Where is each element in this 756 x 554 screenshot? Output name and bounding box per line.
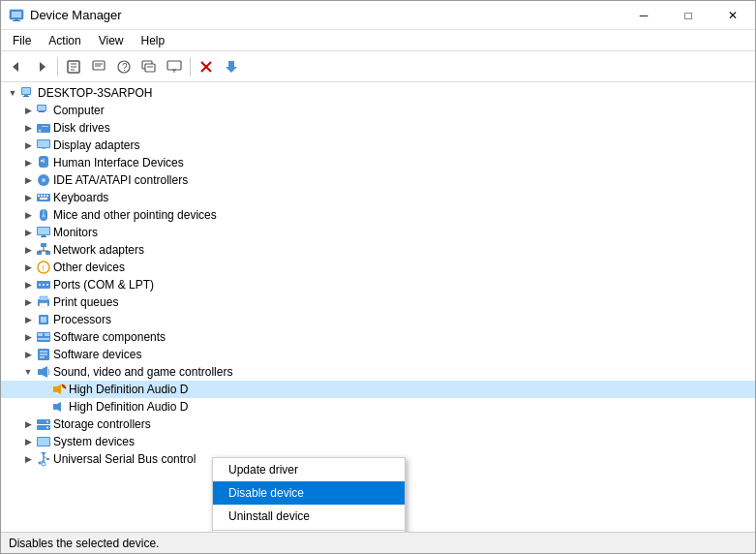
expand-ide[interactable]: ▶ <box>20 172 36 188</box>
expand-network[interactable]: ▶ <box>20 242 36 258</box>
tree-item-hd-audio-1[interactable]: ▶ High Definition Audio D <box>1 381 755 398</box>
svg-rect-30 <box>39 111 45 112</box>
tree-item-display-adapters[interactable]: ▶ Display adapters <box>1 137 755 154</box>
tree-item-monitors[interactable]: ▶ Monitors <box>1 224 755 241</box>
tree-item-ide[interactable]: ▶ IDE ATA/ATAPI controllers <box>1 171 755 189</box>
expand-processors[interactable]: ▶ <box>20 312 36 327</box>
label-keyboards: Keyboards <box>53 191 751 204</box>
tree-item-sw-components[interactable]: ▶ Software components <box>1 328 755 346</box>
tree-item-ports[interactable]: ▶ Ports (COM & LPT) <box>1 276 755 293</box>
svg-rect-29 <box>38 106 45 110</box>
expand-print[interactable]: ▶ <box>20 294 36 310</box>
menu-action[interactable]: Action <box>41 32 88 49</box>
expand-sound[interactable]: ▼ <box>20 364 36 380</box>
ide-icon <box>36 172 51 188</box>
svg-marker-23 <box>226 61 237 73</box>
expand-mice[interactable]: ▶ <box>20 207 36 223</box>
label-sw-components: Software components <box>53 330 751 344</box>
toolbar-remove[interactable] <box>195 55 218 78</box>
menu-file[interactable]: File <box>5 32 39 49</box>
hid-icon <box>36 155 51 170</box>
label-system: System devices <box>53 435 751 448</box>
svg-point-65 <box>46 284 48 286</box>
computer-icon-item <box>36 103 51 118</box>
label-ide: IDE ATA/ATAPI controllers <box>53 173 751 187</box>
label-hd-audio-1: High Definition Audio D <box>69 383 751 396</box>
computer-icon <box>20 85 36 101</box>
tree-item-other[interactable]: ▶ ! Other devices <box>1 259 755 276</box>
tree-item-computer[interactable]: ▶ Computer <box>1 102 755 119</box>
close-button[interactable]: ✕ <box>711 1 755 29</box>
svg-rect-16 <box>145 64 155 72</box>
expand-hid[interactable]: ▶ <box>20 155 36 170</box>
context-uninstall-device[interactable]: Uninstall device <box>213 505 405 528</box>
tree-item-sound[interactable]: ▼ Sound, video and game controllers <box>1 363 755 381</box>
toolbar-monitor[interactable] <box>163 55 186 78</box>
expand-disk[interactable]: ▶ <box>20 120 36 136</box>
label-ports: Ports (COM & LPT) <box>53 278 751 292</box>
context-disable-device[interactable]: Disable device <box>213 481 405 505</box>
print-icon <box>36 294 51 310</box>
tree-root[interactable]: ▼ DESKTOP-3SARPOH <box>1 84 755 102</box>
expand-monitors[interactable]: ▶ <box>20 225 36 240</box>
svg-point-32 <box>39 130 42 133</box>
label-other: Other devices <box>53 261 751 274</box>
expand-sw-devices[interactable]: ▶ <box>20 347 36 362</box>
svg-rect-53 <box>42 235 45 236</box>
expand-keyboards[interactable]: ▶ <box>20 190 36 205</box>
label-hd-audio-2: High Definition Audio D <box>69 400 751 414</box>
toolbar-download[interactable] <box>220 55 243 78</box>
svg-rect-56 <box>37 251 42 255</box>
toolbar-properties[interactable] <box>62 55 85 78</box>
expand-usb[interactable]: ▶ <box>20 451 36 467</box>
tree-item-storage[interactable]: ▶ Storage controllers <box>1 416 755 433</box>
expand-storage[interactable]: ▶ <box>20 416 36 432</box>
svg-rect-45 <box>44 195 45 197</box>
toolbar-back[interactable] <box>5 55 28 78</box>
tree-item-system[interactable]: ▶ System devices <box>1 433 755 450</box>
hd-audio-1-icon <box>51 382 67 397</box>
menu-view[interactable]: View <box>91 32 132 49</box>
expand-sw-components[interactable]: ▶ <box>20 329 36 345</box>
tree-item-hd-audio-2[interactable]: ▶ High Definition Audio D <box>1 398 755 416</box>
minimize-button[interactable]: ─ <box>621 1 666 29</box>
toolbar-scan[interactable] <box>137 55 161 78</box>
tree-item-sw-devices[interactable]: ▶ Software devices <box>1 346 755 363</box>
maximize-button[interactable]: □ <box>666 1 711 29</box>
expand-other[interactable]: ▶ <box>20 260 36 275</box>
mice-icon <box>36 207 51 223</box>
svg-point-41 <box>42 178 45 182</box>
svg-marker-4 <box>13 62 18 72</box>
title-bar-left: Device Manager <box>1 1 130 29</box>
tree-item-keyboards[interactable]: ▶ Keyboards <box>1 189 755 206</box>
svg-rect-18 <box>167 61 181 70</box>
expand-ports[interactable]: ▶ <box>20 277 36 292</box>
svg-rect-46 <box>46 195 48 197</box>
tree-item-processors[interactable]: ▶ Processors <box>1 311 755 328</box>
context-update-driver[interactable]: Update driver <box>213 458 405 481</box>
monitors-icon <box>36 225 51 240</box>
tree-item-mice[interactable]: ▶ Mice and other pointing devices <box>1 206 755 224</box>
toolbar-help[interactable]: ? <box>112 55 136 78</box>
svg-rect-47 <box>40 198 47 200</box>
toolbar-forward[interactable] <box>30 55 53 78</box>
menu-bar: File Action View Help <box>1 30 755 51</box>
svg-rect-25 <box>22 88 30 94</box>
tree-item-hid[interactable]: ▶ Human Interface Devices <box>1 154 755 171</box>
tree-item-network[interactable]: ▶ Network adapters <box>1 241 755 259</box>
toolbar-update-driver[interactable] <box>87 55 110 78</box>
svg-rect-55 <box>41 243 46 247</box>
tree-item-print[interactable]: ▶ Print queues <box>1 293 755 311</box>
svg-marker-82 <box>57 385 61 394</box>
expand-display[interactable]: ▶ <box>20 138 36 153</box>
menu-help[interactable]: Help <box>134 32 173 49</box>
svg-rect-44 <box>41 195 43 197</box>
tree-item-disk-drives[interactable]: ▶ Disk drives <box>1 119 755 137</box>
svg-marker-86 <box>57 402 61 412</box>
expand-root[interactable]: ▼ <box>5 85 20 101</box>
expand-computer[interactable]: ▶ <box>20 103 36 118</box>
keyboard-icon <box>36 190 51 205</box>
svg-marker-5 <box>40 62 45 72</box>
expand-system[interactable]: ▶ <box>20 434 36 449</box>
svg-point-90 <box>46 427 48 429</box>
